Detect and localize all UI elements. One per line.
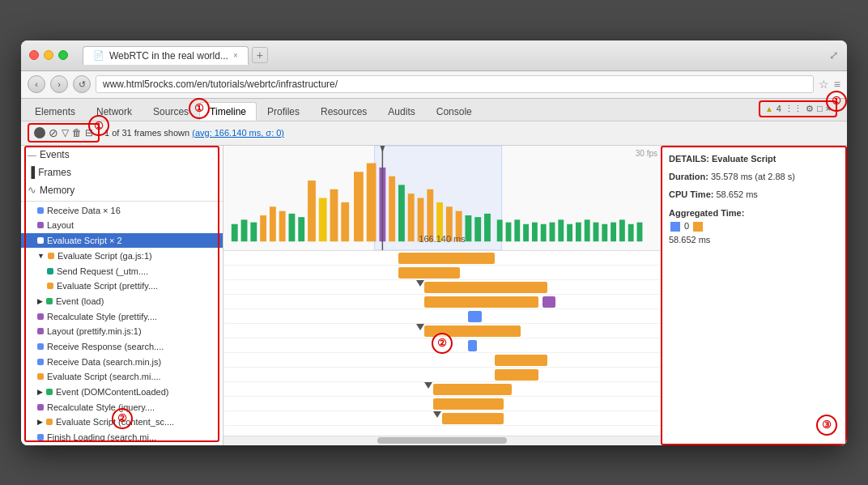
sidebar-item-event-dom[interactable]: ▶ Event (DOMContentLoaded) [21, 385, 223, 400]
svg-rect-44 [637, 222, 643, 241]
sidebar-item-finish-loading[interactable]: Finish Loading (search.mi... [21, 430, 223, 445]
svg-rect-7 [279, 211, 286, 241]
annotation-two: ② [112, 408, 133, 429]
svg-rect-33 [541, 223, 547, 241]
frames-label: Frames [38, 167, 71, 178]
details-title: DETAILS: Evaluate Script [669, 154, 839, 164]
sidebar-item-recalc-prettify[interactable]: Recalculate Style (prettify.... [21, 308, 223, 324]
close-button[interactable] [29, 50, 39, 60]
recalc-jquery-color [37, 404, 44, 411]
annotation-one: ① [826, 91, 847, 112]
tab-close-button[interactable]: × [233, 51, 238, 60]
refresh-button[interactable]: ↺ [73, 75, 91, 93]
bar-9 [495, 369, 538, 381]
expand-content-icon: ▶ [37, 418, 43, 426]
svg-rect-34 [550, 222, 555, 241]
bookmark-icon[interactable]: ☆ [819, 78, 829, 91]
triangle-3 [416, 280, 424, 287]
recalc-prettify-color [37, 313, 44, 320]
svg-rect-37 [576, 222, 581, 241]
warning-count: 4 [777, 104, 781, 113]
evaluate-search-color [37, 373, 44, 380]
triangle-10 [424, 382, 432, 389]
sidebar-item-receive-data-search[interactable]: Receive Data (search.min.js) [21, 354, 223, 369]
flame-row-12 [223, 411, 661, 426]
record-button[interactable] [34, 127, 45, 138]
settings-icon[interactable]: ⚙ [806, 104, 814, 114]
sidebar-section-events[interactable]: — Events [21, 146, 223, 164]
sidebar-item-evaluate-prettify[interactable]: Evaluate Script (prettify.... [21, 279, 223, 294]
event-dom-label: Event (DOMContentLoaded) [56, 387, 168, 397]
flame-row-11 [223, 397, 661, 411]
tab-resources[interactable]: Resources [310, 102, 377, 121]
stop-button[interactable]: ⊘ [49, 126, 58, 139]
bar-12 [442, 413, 504, 424]
maximize-button[interactable] [58, 50, 68, 60]
svg-rect-6 [270, 206, 276, 241]
tab-favicon: 📄 [93, 50, 104, 61]
filter-button[interactable]: ▽ [62, 127, 69, 138]
sidebar-item-send-request[interactable]: Send Request (_utm.... [21, 263, 223, 279]
sidebar-item-evaluate-search[interactable]: Evaluate Script (search.mi.... [21, 369, 223, 385]
menu-icon[interactable]: ≡ [834, 78, 840, 91]
tab-timeline[interactable]: Timeline [199, 102, 257, 121]
sidebar-item-evaluate-script[interactable]: Evaluate Script × 2 [21, 233, 223, 249]
receive-data-search-color [37, 359, 44, 365]
back-button[interactable]: ‹ [28, 75, 45, 93]
horizontal-scrollbar[interactable] [223, 436, 661, 445]
sidebar-item-receive-response[interactable]: Receive Response (search.... [21, 339, 223, 355]
warning-icon: ▲ [765, 104, 773, 113]
memory-label: Memory [40, 185, 74, 196]
bar-5 [468, 311, 481, 322]
details-duration-row: Duration: 35.578 ms (at 2.88 s) [669, 170, 839, 184]
receive-data-label: Receive Data × 16 [47, 206, 121, 215]
expand-icon[interactable]: ⤢ [829, 49, 839, 62]
svg-rect-43 [628, 223, 634, 241]
svg-rect-15 [367, 163, 377, 241]
toolbar-right-area: ▲ 4 ⋮⋮ ⚙ □ × ① [759, 100, 844, 121]
send-request-label: Send Request (_utm.... [57, 266, 148, 276]
tab-console[interactable]: Console [426, 102, 483, 121]
flame-row-1 [223, 251, 661, 266]
evaluate-prettify-color [47, 283, 53, 289]
flame-row-5 [223, 309, 661, 324]
svg-rect-35 [558, 219, 564, 241]
details-panel: DETAILS: Evaluate Script Duration: 35.57… [661, 146, 847, 445]
trash-button[interactable]: 🗑 [72, 127, 82, 138]
sidebar-section-frames[interactable]: ▐ Frames [21, 164, 223, 181]
annotation-two-flame: ② [432, 333, 453, 354]
layout-label: Layout [47, 220, 74, 230]
tab-elements[interactable]: Elements [24, 102, 86, 121]
expand-ga-icon: ▼ [37, 252, 45, 260]
svg-rect-8 [289, 213, 296, 240]
svg-rect-2 [232, 223, 238, 241]
forward-button[interactable]: › [50, 75, 68, 93]
agg-label: Aggregated Time: [669, 208, 744, 218]
sidebar-item-event-load[interactable]: ▶ Event (load) [21, 294, 223, 309]
svg-rect-26 [474, 217, 481, 241]
scrollbar-thumb[interactable] [377, 437, 507, 444]
flame-row-10 [223, 382, 661, 397]
dock-icon[interactable]: □ [817, 104, 823, 113]
sidebar-item-receive-data[interactable]: Receive Data × 16 [21, 202, 223, 218]
tab-sources[interactable]: Sources ① [143, 102, 199, 121]
tab-profiles[interactable]: Profiles [257, 102, 310, 121]
address-input[interactable] [96, 75, 814, 93]
agg-box-blue [670, 222, 680, 232]
frames-icon: ▐ [28, 166, 35, 178]
svg-rect-3 [241, 219, 248, 241]
events-icon: — [28, 150, 36, 160]
evaluate-search-label: Evaluate Script (search.mi.... [47, 372, 161, 381]
annotation-one-toolbar: ① [88, 115, 109, 136]
sidebar-item-layout-prettify[interactable]: Layout (prettify.min.js:1) [21, 324, 223, 339]
receive-response-label: Receive Response (search.... [47, 342, 164, 351]
minimize-button[interactable] [44, 50, 53, 60]
sidebar-item-evaluate-ga[interactable]: ▼ Evaluate Script (ga.js:1) [21, 248, 223, 263]
tab-audits[interactable]: Audits [377, 102, 425, 121]
new-tab-button[interactable]: + [252, 47, 268, 63]
agg-value: 58.652 ms [669, 235, 710, 245]
filter-icon[interactable]: ⋮⋮ [785, 104, 802, 114]
browser-tab[interactable]: 📄 WebRTC in the real world... × [83, 46, 249, 65]
sidebar-item-layout[interactable]: Layout [21, 218, 223, 233]
sidebar-section-memory[interactable]: ∿ Memory [21, 181, 223, 199]
